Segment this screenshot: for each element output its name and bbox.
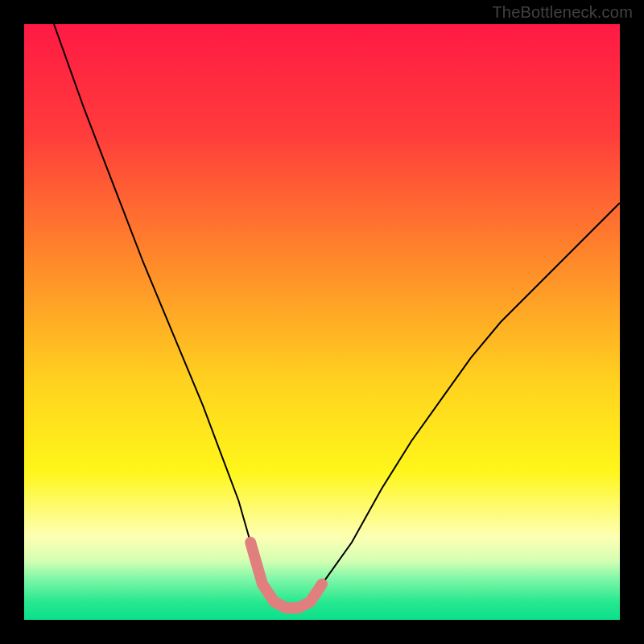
chart-plot-area: [24, 24, 620, 620]
chart-background-gradient: [24, 24, 620, 620]
chart-svg: [24, 24, 620, 620]
chart-frame: TheBottleneck.com: [0, 0, 644, 644]
watermark-text: TheBottleneck.com: [492, 3, 633, 22]
